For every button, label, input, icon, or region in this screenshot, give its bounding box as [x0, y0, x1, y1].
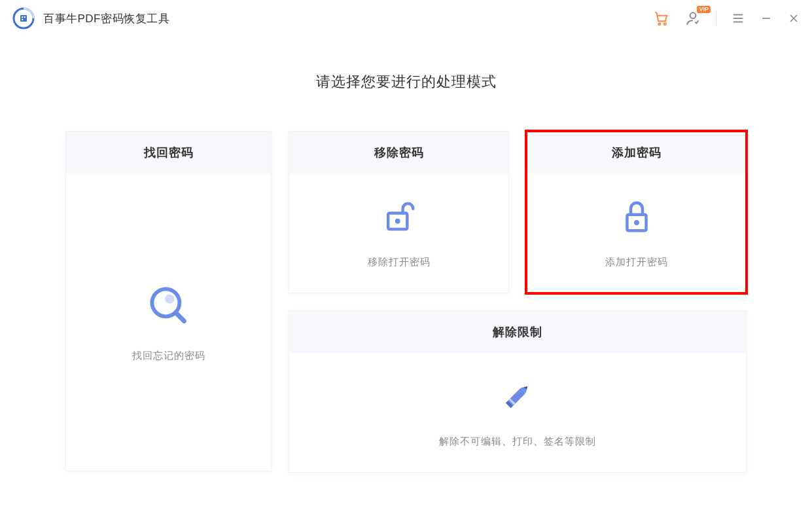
- card-recover-password[interactable]: 找回密码 找回忘记的密码: [65, 131, 272, 471]
- main-area: 请选择您要进行的处理模式 找回密码 找回忘记的密码: [0, 37, 812, 473]
- menu-icon[interactable]: [731, 11, 745, 26]
- page-heading: 请选择您要进行的处理模式: [0, 72, 812, 92]
- close-icon[interactable]: [787, 12, 800, 25]
- card-title: 移除密码: [289, 132, 508, 174]
- card-desc: 找回忘记的密码: [132, 350, 205, 362]
- card-title: 添加密码: [527, 132, 746, 174]
- cart-icon[interactable]: [653, 10, 670, 27]
- card-title: 找回密码: [66, 132, 271, 174]
- svg-point-20: [634, 220, 639, 225]
- minimize-icon[interactable]: [760, 12, 773, 25]
- card-title: 解除限制: [289, 311, 746, 353]
- mode-card-grid: 找回密码 找回忘记的密码 移除密码: [0, 131, 812, 473]
- card-remove-restriction[interactable]: 解除限制 解除不可编辑、打印、签名等: [289, 310, 747, 473]
- svg-rect-2: [22, 16, 23, 18]
- svg-point-6: [664, 23, 666, 25]
- svg-point-7: [690, 12, 696, 18]
- titlebar-actions: VIP: [653, 10, 800, 27]
- vip-badge: VIP: [697, 6, 711, 13]
- card-desc: 移除打开密码: [368, 256, 431, 268]
- pencil-icon: [499, 378, 536, 417]
- app-title: 百事牛PDF密码恢复工具: [43, 11, 169, 26]
- svg-rect-1: [20, 15, 27, 22]
- svg-point-18: [395, 218, 400, 223]
- svg-rect-4: [22, 19, 23, 20]
- svg-point-15: [165, 294, 174, 303]
- titlebar: 百事牛PDF密码恢复工具 VIP: [0, 0, 812, 37]
- svg-rect-3: [24, 16, 26, 18]
- card-remove-password[interactable]: 移除密码 移除打开密码: [289, 131, 509, 293]
- lock-icon: [618, 198, 655, 238]
- svg-line-16: [175, 312, 184, 321]
- svg-point-5: [658, 23, 660, 25]
- card-add-password[interactable]: 添加密码 添加打开密码: [526, 131, 747, 293]
- divider: [716, 11, 716, 26]
- app-logo-icon: [12, 7, 35, 30]
- card-desc: 添加打开密码: [605, 256, 668, 268]
- card-desc: 解除不可编辑、打印、签名等限制: [439, 435, 596, 448]
- magnifier-icon: [146, 283, 192, 331]
- unlock-icon: [381, 198, 417, 238]
- user-icon[interactable]: VIP: [684, 10, 701, 27]
